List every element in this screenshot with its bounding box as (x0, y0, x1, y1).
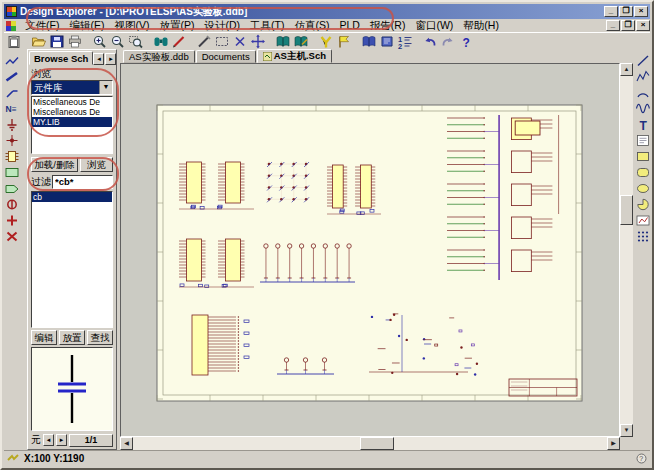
open-icon[interactable] (30, 33, 48, 49)
zoom-area-icon[interactable] (127, 33, 145, 49)
menu-item-3[interactable]: 放置(P) (154, 19, 199, 33)
doc-tab-0[interactable]: AS实验板.ddb (123, 50, 195, 63)
load-remove-button[interactable]: 加载/删除 (31, 157, 78, 172)
menu-item-10[interactable]: 帮助(H) (458, 19, 504, 33)
horizontal-scrollbar[interactable]: ◀ ▶ (120, 437, 620, 450)
doc-minimize-button[interactable]: _ (606, 20, 620, 31)
minimize-button[interactable]: _ (604, 6, 618, 17)
text-icon[interactable]: T (635, 116, 651, 132)
clipboard-icon[interactable] (5, 33, 23, 49)
scroll-left-icon[interactable]: ◀ (120, 437, 133, 450)
polyline-icon[interactable] (635, 68, 651, 84)
text-frame-icon[interactable] (635, 132, 651, 148)
ellipse-icon[interactable] (635, 180, 651, 196)
delete-icon[interactable] (4, 228, 20, 244)
scroll-up-icon[interactable]: ▲ (620, 63, 633, 76)
round-rect-icon[interactable] (635, 164, 651, 180)
undo-icon[interactable] (421, 33, 439, 49)
panel-next-arrow[interactable]: ▸ (105, 53, 116, 65)
doc-restore-button[interactable]: ❐ (621, 20, 635, 31)
wiring-icon[interactable] (317, 33, 335, 49)
document-icon[interactable] (6, 21, 16, 31)
chevron-down-icon[interactable]: ▼ (99, 81, 112, 94)
edit-button[interactable]: 编辑 (31, 330, 57, 345)
zoom-out-icon[interactable] (109, 33, 127, 49)
annotate-icon[interactable]: 12 (396, 33, 414, 49)
place-button[interactable]: 放置 (59, 330, 85, 345)
select-icon[interactable] (213, 33, 231, 49)
library-list-item[interactable]: Miscellaneous De (32, 107, 112, 117)
menu-item-4[interactable]: 设计(D) (199, 19, 245, 33)
bus-entry-icon[interactable] (4, 84, 20, 100)
net-label-icon[interactable]: N≡ (4, 100, 20, 116)
rect-icon[interactable] (635, 148, 651, 164)
title-bar[interactable]: Design Explorer - [D:\PROTELSP\AS实验板.ddb… (4, 4, 650, 19)
component-list-item[interactable]: cb (32, 192, 112, 202)
schematic-canvas[interactable] (120, 63, 620, 437)
probe-icon[interactable] (195, 33, 213, 49)
pager-next-button[interactable]: ▸ (56, 434, 67, 446)
print-icon[interactable] (66, 33, 84, 49)
menu-item-6[interactable]: 仿真(S) (289, 19, 334, 33)
directive-icon[interactable] (4, 196, 20, 212)
part-icon[interactable] (4, 148, 20, 164)
wire-icon[interactable] (4, 52, 20, 68)
menu-item-7[interactable]: PLD (334, 19, 364, 33)
library-buttons: 加载/删除浏览 (31, 157, 113, 172)
line-icon[interactable] (635, 52, 651, 68)
sheet-entry-icon[interactable] (4, 180, 20, 196)
book-2-icon[interactable] (292, 33, 310, 49)
pencil-icon[interactable] (170, 33, 188, 49)
menu-item-9[interactable]: 窗口(W) (410, 19, 458, 33)
menu-item-5[interactable]: 工具(T) (245, 19, 289, 33)
sheet-symbol-icon[interactable] (4, 164, 20, 180)
tab-browse-sch[interactable]: Browse Sch (29, 51, 93, 65)
scroll-down-icon[interactable]: ▼ (620, 424, 633, 437)
graph-icon[interactable] (635, 212, 651, 228)
menu-item-8[interactable]: 报告(R) (365, 19, 411, 33)
library-list-item[interactable]: MY.LIB (32, 117, 112, 127)
maximize-button[interactable]: ❐ (619, 6, 633, 17)
doc-tab-2[interactable]: AS主机.Sch (257, 49, 332, 63)
sine-icon[interactable] (635, 100, 651, 116)
drawing-icon[interactable] (335, 33, 353, 49)
cross-icon[interactable] (4, 212, 20, 228)
toolbar-separator (188, 33, 195, 49)
book-1-icon[interactable] (274, 33, 292, 49)
panel-prev-arrow[interactable]: ◂ (93, 53, 104, 65)
move-icon[interactable] (249, 33, 267, 49)
book-4-icon[interactable] (378, 33, 396, 49)
junction-icon[interactable] (4, 132, 20, 148)
help-icon[interactable]: ? (457, 33, 475, 49)
save-icon[interactable] (48, 33, 66, 49)
bus-icon[interactable] (4, 68, 20, 84)
menu-item-2[interactable]: 视图(V) (109, 19, 154, 33)
find-button[interactable]: 查找 (87, 330, 113, 345)
close-button[interactable]: × (634, 6, 648, 17)
doc-tab-1[interactable]: Documents (196, 50, 256, 63)
hscroll-thumb[interactable] (360, 437, 394, 450)
power-port-icon[interactable] (4, 116, 20, 132)
filter-input[interactable] (52, 175, 113, 189)
menu-item-0[interactable]: 文件(F) (20, 19, 64, 33)
cut-icon[interactable] (231, 33, 249, 49)
pie-icon[interactable] (635, 196, 651, 212)
component-list[interactable]: cb (31, 191, 113, 328)
redo-icon[interactable] (439, 33, 457, 49)
toolbar-separator (145, 33, 152, 49)
vscroll-thumb[interactable] (620, 195, 633, 225)
pager-prev-button[interactable]: ◂ (43, 434, 54, 446)
array-icon[interactable] (635, 228, 651, 244)
browse-button[interactable]: 浏览 (80, 157, 113, 172)
browse-icon[interactable] (152, 33, 170, 49)
library-list-item[interactable]: Miscellaneous De (32, 97, 112, 107)
menu-item-1[interactable]: 编辑(E) (64, 19, 109, 33)
book-3-icon[interactable] (360, 33, 378, 49)
doc-close-button[interactable]: × (636, 20, 650, 31)
vertical-scrollbar[interactable]: ▲ ▼ (620, 63, 633, 437)
browse-mode-dropdown[interactable]: 元件库 ▼ (31, 80, 113, 95)
zoom-in-icon[interactable] (91, 33, 109, 49)
library-list[interactable]: Miscellaneous DeMiscellaneous DeMY.LIB (31, 96, 113, 154)
arc-icon[interactable] (635, 84, 651, 100)
scroll-right-icon[interactable]: ▶ (607, 437, 620, 450)
